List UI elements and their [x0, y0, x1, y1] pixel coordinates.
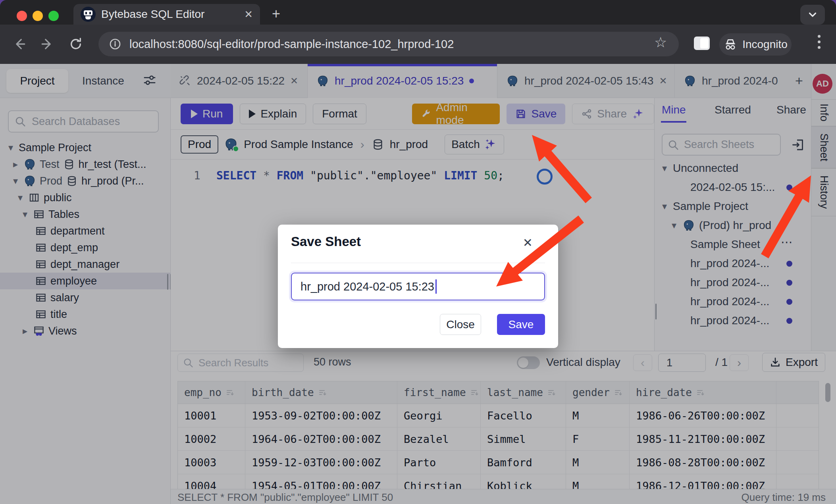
tab-close-icon[interactable]: ✕	[244, 8, 253, 21]
browser-titlebar: Bytebase SQL Editor ✕ +	[0, 0, 836, 25]
forward-icon[interactable]	[38, 35, 56, 53]
macos-minimize-button[interactable]	[33, 11, 43, 21]
bytebase-favicon-icon	[81, 7, 96, 22]
dialog-close-icon[interactable]: ✕	[523, 236, 533, 250]
tab-search-button[interactable]	[800, 5, 825, 25]
site-info-icon[interactable]	[109, 38, 121, 50]
macos-zoom-button[interactable]	[48, 11, 59, 21]
browser-tab-title: Bytebase SQL Editor	[101, 8, 239, 21]
dialog-title: Save Sheet	[291, 234, 361, 249]
dialog-divider	[291, 263, 545, 263]
save-sheet-dialog: Save Sheet ✕ hr_prod 2024-02-05 15:23 Cl…	[278, 225, 558, 348]
text-caret	[435, 279, 437, 294]
side-panel-icon[interactable]	[694, 37, 710, 50]
back-icon[interactable]	[10, 35, 29, 53]
sheet-name-input[interactable]: hr_prod 2024-02-05 15:23	[291, 273, 545, 300]
reload-icon[interactable]	[67, 35, 85, 53]
bookmark-star-icon[interactable]: ☆	[654, 34, 667, 51]
chevron-down-icon	[807, 9, 819, 21]
dialog-close-button[interactable]: Close	[440, 314, 481, 335]
app-window: Bytebase SQL Editor ✕ + localhost:8080/s…	[0, 0, 836, 504]
browser-tab[interactable]: Bytebase SQL Editor ✕	[73, 4, 260, 25]
url-text: localhost:8080/sql-editor/prod-sample-in…	[129, 38, 454, 51]
new-tab-icon[interactable]: +	[272, 6, 280, 22]
address-bar[interactable]: localhost:8080/sql-editor/prod-sample-in…	[98, 32, 679, 56]
dialog-save-button[interactable]: Save	[497, 314, 545, 335]
browser-menu-icon[interactable]	[817, 35, 821, 49]
browser-toolbar: localhost:8080/sql-editor/prod-sample-in…	[0, 25, 836, 64]
incognito-label: Incognito	[742, 38, 788, 51]
incognito-badge: Incognito	[719, 33, 792, 56]
incognito-icon	[723, 38, 738, 51]
sheet-name-value: hr_prod 2024-02-05 15:23	[300, 280, 434, 293]
macos-close-button[interactable]	[17, 11, 27, 21]
